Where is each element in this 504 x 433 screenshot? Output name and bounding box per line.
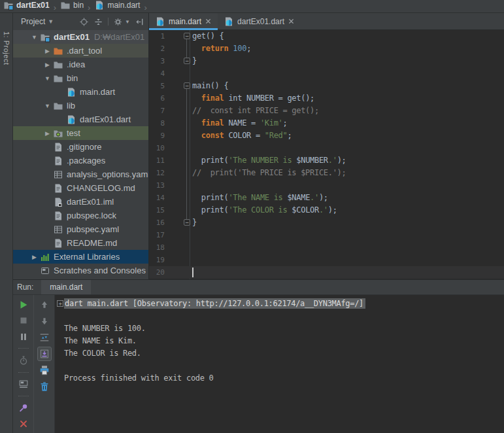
tree-item-lib[interactable]: ▼lib — [13, 99, 148, 113]
locate-button[interactable] — [79, 17, 89, 27]
chevron-down-icon[interactable]: ▼ — [48, 18, 54, 25]
tree-item-label: pubspec.lock — [67, 211, 116, 220]
tree-item-packages[interactable]: .packages — [13, 154, 148, 167]
tree-item-bin[interactable]: ▼bin — [13, 71, 148, 85]
close-icon[interactable] — [288, 18, 295, 25]
code-line-8[interactable]: 8 final NAME = 'Kim'; — [149, 117, 504, 130]
tree-expanded-arrow[interactable]: ▼ — [42, 75, 53, 82]
rerun-button[interactable] — [16, 298, 31, 311]
code-editor[interactable]: 1−get() {2 return 100;3−}45−main() {6 fi… — [149, 30, 504, 279]
close-red-icon — [18, 419, 29, 429]
down-stack-trace-button[interactable] — [37, 314, 52, 328]
tree-collapsed-arrow[interactable]: ▶ — [42, 48, 53, 54]
settings-button[interactable] — [113, 17, 123, 27]
code-line-5[interactable]: 5−main() { — [149, 80, 504, 92]
tree-item-readme-md[interactable]: README.md — [13, 236, 148, 250]
code-line-3[interactable]: 3−} — [149, 55, 504, 67]
scrollend-icon — [39, 348, 50, 360]
code-line-13[interactable]: 13 — [149, 179, 504, 192]
code-line-2[interactable]: 2 return 100; — [149, 43, 504, 55]
pause-output-button[interactable] — [16, 330, 31, 343]
up-stack-trace-button[interactable] — [37, 298, 52, 312]
tree-item-dartex01[interactable]: ▼dartEx01D:₩dartEx01 — [13, 30, 148, 44]
run-tab-label: main.dart — [50, 283, 82, 292]
fold-marker-icon[interactable]: − — [184, 219, 190, 226]
tree-collapsed-arrow[interactable]: ▶ — [42, 130, 53, 137]
code-line-7[interactable]: 7// const int PRICE = get(); — [149, 105, 504, 117]
stripe-project-button[interactable]: 1: Project — [0, 31, 12, 68]
code-line-12[interactable]: 12// print('The PRICE is $PRICE.'); — [149, 167, 504, 179]
run-console[interactable]: +dart main.dart [Observatory: http://127… — [55, 295, 504, 433]
pin-tab-button[interactable] — [16, 401, 31, 415]
external-libraries-icon — [40, 252, 50, 262]
profile-timer-button[interactable] — [16, 353, 31, 367]
stop-button[interactable] — [16, 313, 31, 327]
code-text: } — [192, 217, 197, 229]
fold-expand-icon[interactable]: + — [57, 300, 63, 307]
tree-item-main-dart[interactable]: main.dart — [13, 85, 148, 99]
run-tab-main-dart[interactable]: main.dart — [41, 280, 91, 294]
code-line-6[interactable]: 6 final int NUMBER = get(); — [149, 92, 504, 105]
tree-item-dartex01-iml[interactable]: dartEx01.iml — [13, 195, 148, 209]
tree-item-gitignore[interactable]: .gitignore — [13, 140, 148, 154]
code-line-4[interactable]: 4 — [149, 67, 504, 80]
project-panel-title[interactable]: Project — [21, 17, 45, 26]
tree-collapsed-arrow[interactable]: ▶ — [42, 61, 53, 68]
tree-collapsed-arrow[interactable]: ▶ — [29, 254, 40, 260]
code-line-15[interactable]: 15 print('The COLOR is $COLOR.'); — [149, 204, 504, 217]
tree-item-label: dartEx01.dart — [80, 114, 131, 124]
tree-item-external-libraries[interactable]: ▶External Libraries — [13, 250, 148, 264]
tree-item-pubspec-yaml[interactable]: pubspec.yaml — [13, 222, 148, 236]
tree-item-idea[interactable]: ▶.idea — [13, 58, 148, 71]
tree-item-analysis-options-yaml[interactable]: analysis_options.yaml — [13, 167, 148, 181]
tree-item-scratches-and-consoles[interactable]: Scratches and Consoles — [13, 264, 148, 277]
restore-layout-button[interactable] — [16, 377, 31, 391]
tree-item-dart-tool[interactable]: ▶.dart_tool — [13, 44, 148, 58]
code-line-19[interactable]: 19 — [149, 254, 504, 266]
arrow-down-icon — [39, 316, 50, 326]
close-button[interactable] — [16, 417, 31, 431]
close-icon[interactable] — [205, 18, 212, 25]
breadcrumb-bar: dartEx01›bin›main.dart› — [0, 0, 504, 13]
soft-wrap-button[interactable] — [37, 330, 52, 345]
tree-expanded-arrow[interactable]: ▼ — [42, 103, 53, 109]
line-number: 1 — [149, 30, 165, 43]
tree-item-test[interactable]: ▶test — [13, 126, 148, 140]
breadcrumb-item-dartex01[interactable]: dartEx01 — [3, 0, 50, 10]
fold-marker-icon[interactable]: − — [184, 33, 190, 39]
tree-item-changelog-md[interactable]: CHANGELOG.md — [13, 181, 148, 195]
code-line-16[interactable]: 16−} — [149, 217, 504, 229]
folder-excluded-icon — [53, 46, 63, 56]
code-line-11[interactable]: 11 print('The NUMBER is $NUMBER.'); — [149, 154, 504, 167]
code-line-10[interactable]: 10 — [149, 142, 504, 154]
collapse-all-button[interactable] — [93, 17, 103, 27]
code-line-1[interactable]: 1−get() { — [149, 30, 504, 43]
tree-item-dartex01-dart[interactable]: dartEx01.dart — [13, 113, 148, 126]
breadcrumb-item-bin[interactable]: bin — [60, 0, 84, 10]
clear-all-button[interactable] — [37, 379, 52, 394]
pause-icon — [18, 331, 29, 343]
scroll-to-end-button[interactable] — [37, 347, 52, 361]
line-number: 19 — [149, 254, 165, 266]
fold-marker-icon[interactable]: − — [184, 82, 190, 89]
code-line-17[interactable]: 17 — [149, 229, 504, 241]
tree-expanded-arrow[interactable]: ▼ — [29, 34, 40, 41]
tree-item-pubspec-lock[interactable]: pubspec.lock — [13, 209, 148, 222]
code-line-20[interactable]: 20 — [149, 266, 504, 279]
tree-item-label: lib — [67, 101, 75, 111]
code-line-18[interactable]: 18 — [149, 241, 504, 254]
dart-file-icon — [155, 16, 165, 27]
tab-label: main.dart — [169, 17, 201, 26]
breadcrumb-item-main-dart[interactable]: main.dart — [94, 0, 140, 10]
print-button[interactable] — [37, 363, 52, 377]
print-icon — [39, 364, 50, 376]
code-line-9[interactable]: 9 const COLOR = "Red"; — [149, 130, 504, 142]
tree-item-label: bin — [67, 73, 78, 83]
hide-panel-button[interactable] — [135, 17, 144, 27]
fold-marker-icon[interactable]: − — [184, 58, 190, 64]
editor-tab-main-dart[interactable]: main.dart — [149, 13, 218, 29]
text-file-icon — [53, 238, 63, 249]
editor-tab-dartex01-dart[interactable]: dartEx01.dart — [218, 13, 301, 29]
code-line-14[interactable]: 14 print('The NAME is $NAME.'); — [149, 192, 504, 204]
line-number: 14 — [149, 192, 165, 204]
